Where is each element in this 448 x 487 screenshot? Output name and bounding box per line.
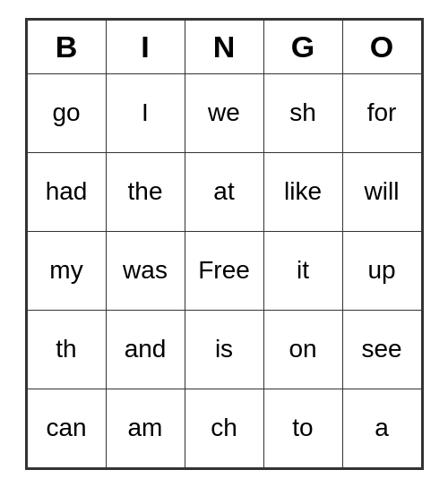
table-cell: had: [27, 152, 106, 231]
table-cell: th: [27, 310, 106, 389]
header-n: N: [185, 20, 263, 73]
table-cell: on: [263, 310, 342, 389]
table-row: thandisonsee: [27, 310, 421, 389]
header-b: B: [27, 20, 106, 73]
header-i: I: [106, 20, 185, 73]
table-cell: we: [185, 73, 263, 152]
header-o: O: [342, 20, 421, 73]
table-cell: sh: [263, 73, 342, 152]
table-cell: ch: [185, 389, 263, 467]
table-cell: to: [263, 389, 342, 467]
table-cell: at: [185, 152, 263, 231]
header-row: B I N G O: [27, 20, 421, 73]
table-cell: it: [263, 231, 342, 310]
table-cell: a: [342, 389, 421, 467]
table-cell: can: [27, 389, 106, 467]
table-cell: the: [106, 152, 185, 231]
table-cell: up: [342, 231, 421, 310]
table-cell: will: [342, 152, 421, 231]
bingo-card: B I N G O goIweshforhadtheatlikewillmywa…: [25, 18, 424, 470]
bingo-table: B I N G O goIweshforhadtheatlikewillmywa…: [27, 20, 422, 468]
table-cell: am: [106, 389, 185, 467]
table-cell: for: [342, 73, 421, 152]
table-cell: I: [106, 73, 185, 152]
table-cell: see: [342, 310, 421, 389]
table-cell: go: [27, 73, 106, 152]
table-cell: was: [106, 231, 185, 310]
table-cell: like: [263, 152, 342, 231]
table-cell: Free: [185, 231, 263, 310]
table-cell: my: [27, 231, 106, 310]
table-cell: and: [106, 310, 185, 389]
table-row: goIweshfor: [27, 73, 421, 152]
table-row: canamchtoa: [27, 389, 421, 467]
table-cell: is: [185, 310, 263, 389]
table-row: hadtheatlikewill: [27, 152, 421, 231]
header-g: G: [263, 20, 342, 73]
table-row: mywasFreeitup: [27, 231, 421, 310]
